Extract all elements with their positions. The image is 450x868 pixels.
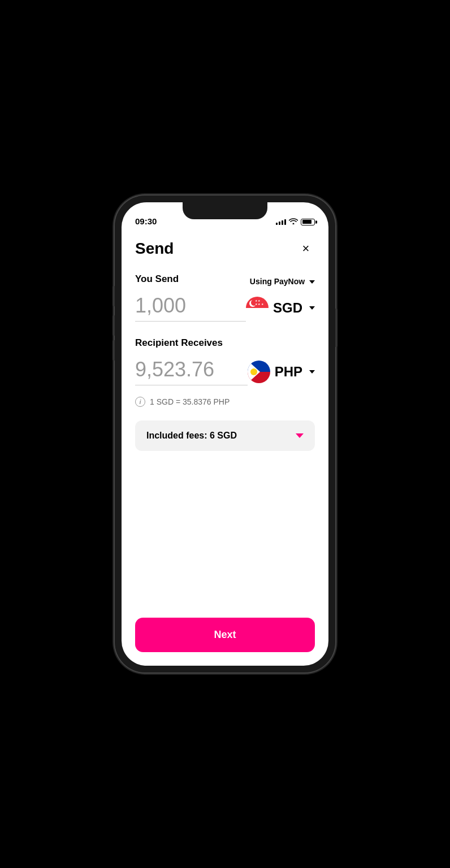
sg-flag-bottom <box>246 308 269 319</box>
sg-stars: ★ ★★ ★ ★ <box>255 299 263 306</box>
phone-screen: 09:30 <box>122 202 328 666</box>
signal-bar-3 <box>282 220 283 225</box>
recipient-receives-header-row: Recipient Receives <box>135 337 315 353</box>
using-label: Using PayNow <box>250 277 315 286</box>
signal-bars-icon <box>276 219 286 225</box>
signal-bar-4 <box>284 219 286 225</box>
using-prefix: Using <box>250 277 272 286</box>
philippines-flag <box>248 361 270 383</box>
recipient-amount-input[interactable]: 9,523.76 <box>135 358 248 385</box>
php-dropdown-arrow <box>309 370 315 374</box>
signal-bar-1 <box>276 223 278 225</box>
recipient-amount-row: 9,523.76 PHP <box>135 358 315 385</box>
ph-flag-sun <box>250 368 257 375</box>
recipient-amount[interactable]: 9,523.76 <box>135 358 248 385</box>
php-code: PHP <box>275 364 302 380</box>
next-button[interactable]: Next <box>135 618 315 652</box>
spacer <box>135 451 315 604</box>
battery-icon <box>301 219 315 225</box>
page-header: Send × <box>135 240 315 258</box>
sgd-dropdown-arrow <box>309 306 315 310</box>
you-send-label: You Send <box>135 274 179 285</box>
fees-label: Included fees: 6 SGD <box>146 431 237 441</box>
paynow-dropdown-arrow <box>309 280 315 284</box>
exchange-rate-text: 1 SGD = 35.8376 PHP <box>150 397 230 406</box>
recipient-receives-label: Recipient Receives <box>135 337 223 349</box>
exchange-rate-row: i 1 SGD = 35.8376 PHP <box>135 397 315 407</box>
sgd-currency-selector[interactable]: ★ ★★ ★ ★ SGD <box>246 294 315 322</box>
you-send-amount[interactable]: 1,000 <box>135 294 246 322</box>
info-icon: i <box>135 397 145 407</box>
recipient-receives-section: Recipient Receives 9,523.76 PHP <box>135 337 315 388</box>
close-button[interactable]: × <box>297 240 315 258</box>
page-title: Send <box>135 240 174 258</box>
you-send-amount-input[interactable]: 1,000 <box>135 294 246 322</box>
battery-fill <box>302 220 311 224</box>
fees-chevron-icon <box>296 433 304 438</box>
php-currency-selector[interactable]: PHP <box>248 358 315 385</box>
phone-frame: 09:30 <box>115 196 335 672</box>
main-content: Send × You Send Using PayNow 1,000 <box>122 231 328 666</box>
status-time: 09:30 <box>135 216 157 226</box>
notch <box>183 202 267 219</box>
you-send-amount-row: 1,000 ★ ★★ ★ ★ SGD <box>135 294 315 322</box>
you-send-header-row: You Send Using PayNow <box>135 274 315 289</box>
signal-bar-2 <box>279 222 280 225</box>
singapore-flag: ★ ★★ ★ ★ <box>246 297 269 319</box>
fees-box[interactable]: Included fees: 6 SGD <box>135 420 315 451</box>
you-send-section: You Send Using PayNow 1,000 ★ <box>135 274 315 324</box>
using-method: PayNow <box>274 277 305 286</box>
section-divider <box>135 324 315 337</box>
wifi-icon <box>289 218 298 226</box>
status-icons <box>276 218 315 226</box>
sgd-code: SGD <box>273 300 302 316</box>
